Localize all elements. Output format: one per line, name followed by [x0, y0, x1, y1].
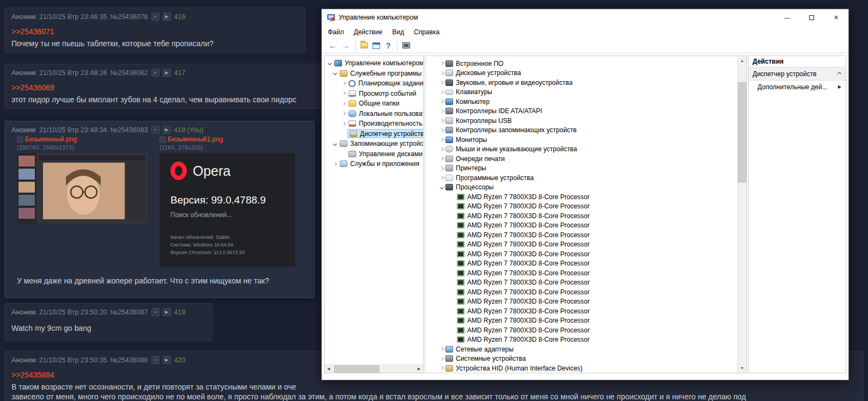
collapse-icon[interactable] — [333, 71, 337, 75]
expand-icon[interactable] — [342, 82, 346, 85]
device-item-processor[interactable]: AMD Ryzen 7 7800X3D 8-Core Processor — [425, 268, 737, 278]
device-category-print-queues[interactable]: Очереди печати — [425, 154, 737, 164]
device-item-processor[interactable]: AMD Ryzen 7 7800X3D 8-Core Processor — [425, 249, 737, 259]
expand-icon[interactable] — [439, 81, 443, 84]
tree-item-device-manager[interactable]: Диспетчер устройств — [325, 129, 423, 139]
post-number-link[interactable]: №25436078 — [111, 13, 148, 21]
expand-icon[interactable] — [439, 157, 443, 161]
scroll-up-button[interactable]: ▲ — [738, 56, 747, 65]
device-list-vertical-scrollbar[interactable]: ▲ ▼ — [737, 56, 747, 373]
titlebar[interactable]: Управление компьютером — × — [322, 9, 848, 26]
post-number-link[interactable]: №25436082 — [111, 69, 148, 77]
maximize-button[interactable] — [799, 9, 824, 26]
expand-post-button[interactable]: ▶ — [163, 308, 171, 316]
image-thumbnail-opera-about[interactable]: Opera Версия: 99.0.4788.9 Поиск обновлен… — [160, 153, 295, 267]
menu-view[interactable]: Вид — [387, 28, 409, 36]
device-item-processor[interactable]: AMD Ryzen 7 7800X3D 8-Core Processor — [425, 297, 737, 307]
tree-horizontal-scrollbar[interactable]: ◀ ▶ — [325, 365, 423, 373]
device-item-processor[interactable]: AMD Ryzen 7 7800X3D 8-Core Processor — [425, 259, 737, 269]
device-category-usb-controllers[interactable]: Контроллеры USB — [425, 116, 737, 126]
hide-post-button[interactable]: × — [151, 126, 160, 134]
device-category-system-devices[interactable]: Системные устройства — [425, 354, 737, 364]
device-category-ide-controllers[interactable]: Контроллеры IDE ATA/ATAPI — [425, 107, 737, 116]
expand-icon[interactable] — [439, 366, 443, 370]
actions-device-manager-section[interactable]: Диспетчер устройств — [749, 67, 846, 81]
minimize-button[interactable]: — — [775, 9, 799, 26]
post-number-link[interactable]: №25436087 — [111, 309, 148, 316]
scrollbar-thumb[interactable] — [334, 365, 380, 373]
expand-icon[interactable] — [439, 128, 443, 132]
tree-item-local-users[interactable]: Локальные пользовате — [325, 109, 423, 119]
help-button[interactable]: ? — [382, 40, 394, 52]
expand-icon[interactable] — [439, 109, 443, 113]
tree-item-event-viewer[interactable]: Просмотр событий — [325, 89, 423, 99]
device-category-hid[interactable]: Устройства HID (Human Interface Devices) — [425, 363, 737, 373]
device-item-processor[interactable]: AMD Ryzen 7 7800X3D 8-Core Processor — [425, 240, 737, 250]
tree-item-root[interactable]: Управление компьютером (л — [325, 58, 423, 69]
image-thumbnail-browser-screenshot[interactable] — [17, 153, 148, 224]
menu-file[interactable]: Файл — [323, 28, 349, 36]
post-number-link[interactable]: №25436088 — [111, 356, 148, 364]
expand-icon[interactable] — [439, 61, 443, 65]
tree-item-disk-management[interactable]: Управление дисками — [325, 149, 423, 159]
collapse-section-icon[interactable] — [838, 72, 841, 76]
expand-icon[interactable] — [439, 138, 443, 141]
hide-post-button[interactable]: × — [151, 69, 160, 77]
expand-icon[interactable] — [439, 100, 443, 103]
tree-item-system-tools[interactable]: Служебные программы — [325, 69, 423, 79]
expand-post-button[interactable]: ▶ — [163, 126, 171, 134]
scroll-down-button[interactable]: ▼ — [738, 363, 747, 373]
back-button[interactable]: ← — [326, 41, 339, 51]
expand-icon[interactable] — [439, 90, 443, 94]
device-item-processor[interactable]: AMD Ryzen 7 7800X3D 8-Core Processor — [425, 192, 737, 202]
expand-icon[interactable] — [439, 357, 443, 361]
device-category-software-devices[interactable]: Программные устройства — [425, 173, 737, 183]
hide-post-button[interactable]: × — [151, 356, 160, 364]
tree-item-storage[interactable]: Запоминающие устройст — [325, 139, 423, 149]
device-category-keyboards[interactable]: Клавиатуры — [425, 88, 737, 97]
action-pane-toggle-button[interactable] — [400, 40, 412, 52]
menu-action[interactable]: Действие — [349, 28, 388, 36]
menu-help[interactable]: Справка — [409, 28, 444, 36]
properties-button[interactable] — [370, 40, 382, 52]
reply-link[interactable]: >>25436069 — [11, 83, 54, 92]
device-category-printers[interactable]: Принтеры — [425, 164, 737, 174]
hide-post-button[interactable]: × — [151, 308, 160, 316]
device-item-processor[interactable]: AMD Ryzen 7 7800X3D 8-Core Processor — [425, 287, 737, 297]
expand-icon[interactable] — [439, 119, 443, 122]
actions-more-actions[interactable]: Дополнительные дей... ▶ — [749, 81, 846, 93]
device-category-processors[interactable]: Процессоры — [425, 183, 737, 193]
device-category-monitors[interactable]: Мониторы — [425, 135, 737, 145]
expand-icon[interactable] — [342, 112, 346, 115]
device-item-processor[interactable]: AMD Ryzen 7 7800X3D 8-Core Processor — [425, 211, 737, 221]
device-category-mice[interactable]: Мыши и иные указывающие устройства — [425, 145, 737, 155]
expand-icon[interactable] — [439, 71, 443, 75]
tree-item-services[interactable]: Службы и приложения — [325, 159, 423, 169]
tree-item-shared-folders[interactable]: Общие папки — [325, 98, 423, 109]
device-category-storage-controllers[interactable]: Контроллеры запоминающих устройств — [425, 126, 737, 135]
file-name-link[interactable]: Безымянный1.png — [168, 135, 223, 143]
expand-icon[interactable] — [333, 162, 337, 166]
device-item-processor[interactable]: AMD Ryzen 7 7800X3D 8-Core Processor — [425, 335, 737, 345]
expand-icon[interactable] — [342, 122, 346, 126]
device-category-audio[interactable]: Звуковые, игровые и видеоустройства — [425, 78, 737, 88]
tree-item-task-scheduler[interactable]: Планировщик заданий — [325, 78, 423, 89]
collapse-icon[interactable] — [333, 142, 337, 146]
device-item-processor[interactable]: AMD Ryzen 7 7800X3D 8-Core Processor — [425, 221, 737, 231]
expand-icon[interactable] — [342, 102, 346, 106]
close-button[interactable]: × — [824, 9, 848, 26]
expand-icon[interactable] — [439, 347, 443, 351]
device-category-disk-drives[interactable]: Дисковые устройства — [425, 69, 737, 78]
reply-link[interactable]: >>25435884 — [11, 371, 54, 379]
expand-post-button[interactable]: ▶ — [163, 356, 171, 364]
forward-button[interactable]: → — [339, 41, 352, 51]
scrollbar-thumb[interactable] — [738, 82, 747, 183]
collapse-icon[interactable] — [439, 186, 443, 189]
scroll-left-button[interactable]: ◀ — [325, 365, 333, 373]
console-tree-toggle-button[interactable] — [358, 40, 370, 52]
device-category-network-adapters[interactable]: Сетевые адаптеры — [425, 344, 737, 354]
hide-post-button[interactable]: × — [151, 13, 160, 21]
file-name-link[interactable]: Безымянный.png — [25, 135, 77, 143]
reply-link[interactable]: >>25436071 — [11, 27, 54, 36]
expand-icon[interactable] — [342, 91, 346, 95]
